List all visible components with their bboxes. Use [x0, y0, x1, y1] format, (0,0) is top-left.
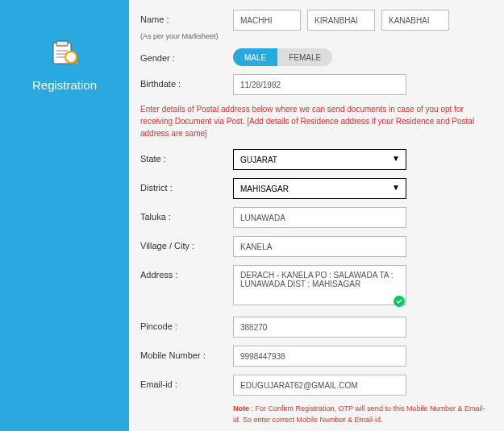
email-input[interactable] — [233, 375, 406, 396]
pincode-input[interactable] — [233, 317, 406, 338]
gender-male-button[interactable]: MALE — [233, 48, 277, 66]
name-label: Name : — [140, 10, 233, 24]
email-label: Email-id : — [140, 375, 233, 389]
birthdate-label: Birthdate : — [140, 74, 233, 89]
state-select[interactable]: GUJARAT — [233, 149, 406, 170]
postal-info-text: Enter details of Postal address below wh… — [140, 103, 488, 139]
gender-female-button[interactable]: FEMALE — [277, 48, 332, 66]
birthdate-input[interactable] — [233, 74, 406, 95]
svg-line-6 — [75, 61, 78, 64]
state-label: State : — [140, 149, 233, 164]
taluka-label: Taluka : — [140, 207, 233, 222]
pincode-label: Pincode : — [140, 317, 233, 331]
village-label: Village / City : — [140, 236, 233, 251]
district-select[interactable]: MAHISAGAR — [233, 178, 406, 199]
sidebar-title: Registration — [32, 78, 97, 92]
svg-point-5 — [65, 52, 77, 63]
address-label: Address : — [140, 265, 233, 280]
registration-icon — [48, 36, 81, 68]
form-panel: Name : (As per your Marksheet) Gender : … — [129, 0, 504, 431]
svg-rect-1 — [56, 41, 68, 46]
marksheet-sublabel: (As per your Marksheet) — [140, 32, 488, 40]
address-textarea[interactable]: DERACH - KANELA PO : SALAWADA TA : LUNAW… — [233, 265, 406, 305]
gender-label: Gender : — [140, 48, 233, 63]
district-label: District : — [140, 178, 233, 193]
sidebar: Registration — [0, 0, 129, 431]
firstname-input[interactable] — [307, 10, 375, 31]
surname-input[interactable] — [233, 10, 301, 31]
village-input[interactable] — [233, 236, 406, 257]
mobile-input[interactable] — [233, 346, 406, 367]
gender-toggle: MALE FEMALE — [233, 48, 332, 66]
taluka-input[interactable] — [233, 207, 406, 228]
check-icon — [394, 296, 405, 307]
mobile-label: Mobile Number : — [140, 346, 233, 360]
fathername-input[interactable] — [381, 10, 449, 31]
otp-note: Note : For Confirm Registration, OTP wil… — [233, 404, 488, 425]
